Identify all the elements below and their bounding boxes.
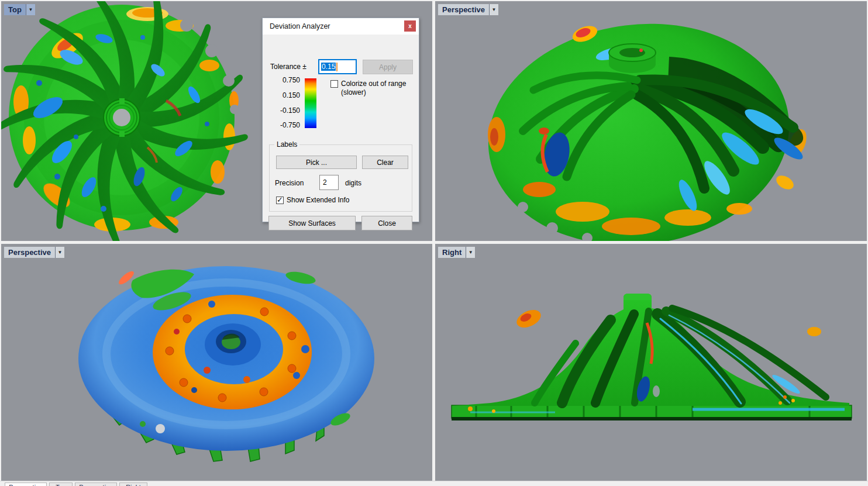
viewport-title[interactable]: Perspective	[438, 4, 489, 15]
viewport-label-top[interactable]: Top ▼	[4, 4, 35, 15]
clear-button[interactable]: Clear	[362, 156, 408, 169]
scale-label-lower: -0.150	[266, 106, 300, 115]
text-caret	[336, 63, 337, 71]
viewport-title[interactable]: Top	[4, 4, 26, 15]
colorize-label-line2: (slower)	[341, 88, 366, 96]
show-surfaces-button[interactable]: Show Surfaces	[268, 216, 356, 230]
labels-groupbox: Labels Pick ... Clear Precision 2 digits…	[269, 144, 412, 212]
viewport-label-right[interactable]: Right ▼	[438, 247, 475, 258]
apply-button[interactable]: Apply	[363, 60, 413, 74]
chevron-down-icon[interactable]: ▼	[466, 247, 475, 258]
tolerance-input[interactable]: 0.15	[318, 59, 357, 74]
viewport-title[interactable]: Perspective	[4, 247, 55, 258]
dialog-body: Tolerance ± 0.15 Apply 0.750 0.150 -0.15…	[263, 35, 419, 223]
close-icon[interactable]: x	[404, 20, 416, 32]
deviation-analyzer-dialog: Deviation Analyzer x Tolerance ± 0.15 Ap…	[262, 18, 419, 222]
dialog-title: Deviation Analyzer	[270, 22, 330, 30]
tab-right[interactable]: Right	[119, 482, 147, 486]
chevron-down-icon[interactable]: ▼	[55, 247, 64, 258]
tab-top[interactable]: Top	[49, 482, 73, 486]
tolerance-label: Tolerance ±	[270, 63, 306, 71]
precision-label: Precision	[275, 179, 304, 187]
impeller-side-model	[435, 244, 867, 481]
impeller-perspective-model	[435, 1, 867, 241]
viewport-perspective-lower[interactable]: Perspective ▼	[1, 244, 432, 481]
viewport-label-perspective-upper[interactable]: Perspective ▼	[438, 4, 498, 15]
scale-label-max: 0.750	[266, 76, 300, 84]
precision-input[interactable]: 2	[319, 175, 339, 190]
viewport-title[interactable]: Right	[438, 247, 466, 258]
viewport-perspective-upper[interactable]: Perspective ▼	[435, 1, 867, 241]
viewport-right[interactable]: Right ▼	[435, 244, 867, 481]
show-extended-info-checkbox[interactable]	[276, 197, 284, 204]
colorize-label-line1: Colorize out of range	[341, 80, 406, 88]
tolerance-value: 0.15	[321, 63, 336, 71]
chevron-down-icon[interactable]: ▼	[489, 4, 498, 15]
impeller-underside-model	[1, 244, 432, 481]
viewport-label-perspective-lower[interactable]: Perspective ▼	[4, 247, 64, 258]
close-button[interactable]: Close	[361, 216, 412, 230]
colorize-checkbox[interactable]	[330, 80, 338, 88]
pick-button[interactable]: Pick ...	[276, 156, 357, 169]
scale-label-upper: 0.150	[266, 91, 300, 99]
dialog-titlebar[interactable]: Deviation Analyzer x	[263, 18, 419, 35]
chevron-down-icon[interactable]: ▼	[26, 4, 35, 15]
rhino-window: Top ▼	[0, 0, 868, 486]
scale-label-min: -0.750	[266, 121, 300, 129]
show-extended-info-label: Show Extended Info	[287, 196, 349, 204]
digits-label: digits	[345, 179, 361, 187]
viewport-tab-strip: Perspective Top Perspective Right	[0, 481, 868, 486]
tab-perspective-2[interactable]: Perspective	[75, 482, 117, 486]
tab-perspective-1[interactable]: Perspective	[5, 482, 47, 486]
labels-groupbox-legend: Labels	[274, 140, 299, 149]
deviation-colormap-gradient	[305, 78, 316, 128]
